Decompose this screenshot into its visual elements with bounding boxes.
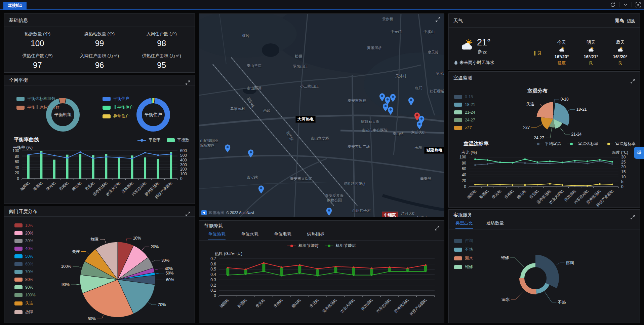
map-place-label: 泰安万达广场 [348, 144, 370, 149]
gear-icon [637, 150, 642, 156]
map-place-label: 白峪店子村 [352, 208, 371, 213]
svg-text:30%: 30% [161, 258, 169, 263]
svg-text:0: 0 [214, 293, 216, 298]
stat-label: 供热住户数 (户) [6, 53, 69, 59]
map-place-label: 中溪山 [424, 29, 435, 34]
expand-icon[interactable] [631, 76, 635, 80]
svg-text:10%: 10% [133, 236, 141, 241]
divider [619, 2, 619, 7]
tab-unit-power[interactable]: 单位电耗 [274, 231, 291, 240]
svg-text:农业大学站: 农业大学站 [339, 298, 355, 314]
map-marker[interactable] [390, 94, 396, 102]
legend-item[interactable]: 平衡住户 [103, 96, 133, 102]
expand-icon[interactable] [631, 213, 635, 217]
svg-text:崂山站: 崂山站 [516, 189, 527, 200]
panel-title: 阀门开度分布 [9, 206, 37, 216]
tab-heat-index[interactable]: 供热指标 [307, 231, 324, 240]
tab-unit-heat[interactable]: 单位热耗 [208, 231, 226, 240]
map-marker[interactable] [326, 208, 332, 216]
map-expand-icon[interactable] [436, 17, 440, 22]
svg-text:24-27: 24-27 [534, 136, 544, 140]
svg-text:200: 200 [180, 167, 187, 172]
unit-balance-donut[interactable]: 平衡机组 [43, 95, 83, 135]
service-tabs: 类型占比 通话数量 [449, 220, 640, 229]
map-place-label: 南湖 [414, 145, 422, 150]
expand-icon[interactable] [435, 224, 439, 228]
map-marker[interactable] [416, 121, 422, 129]
stat-label: 入网住户数 (户) [130, 31, 193, 37]
legend-item[interactable]: 室温达标率 [567, 141, 598, 147]
svg-text:60%: 60% [166, 278, 174, 282]
map-marker[interactable] [408, 97, 414, 105]
panel-title: 节能降耗 [204, 221, 223, 231]
svg-text:500: 500 [180, 153, 187, 158]
svg-text:70%: 70% [158, 302, 166, 307]
svg-text:失连: 失连 [526, 102, 534, 106]
basic-info-stats: 热源数量 (个)100 换热站数量 (个)99 入网住户数 (户)98 供热住户… [4, 27, 195, 70]
map-station-label[interactable]: 城建热电 [424, 147, 444, 154]
svg-text:市南站: 市南站 [504, 189, 514, 200]
cloudy-sun-icon [460, 39, 473, 53]
stat-label: 入网住户面积 (万㎡) [69, 53, 131, 59]
expand-icon[interactable] [186, 209, 190, 214]
chevron-down-icon[interactable] [623, 2, 628, 7]
svg-text:25: 25 [621, 160, 626, 165]
svg-text:20: 20 [621, 165, 626, 169]
map-place-label: 摩天岭 [428, 50, 439, 55]
top-bar-actions [610, 0, 641, 9]
legend-item[interactable]: 机组节能前 [287, 243, 319, 249]
forecast-tomorrow: 明天 16°/21° 良 [578, 39, 604, 66]
room-rate-chart: 020406080100051015202530城阳站即墨站李沧站市南站崂山站市… [449, 146, 640, 208]
tab-type-ratio[interactable]: 类型占比 [455, 220, 473, 229]
svg-text:40: 40 [15, 165, 19, 170]
settings-button[interactable] [634, 147, 644, 159]
svg-text:故障: 故障 [90, 237, 98, 242]
household-balance-donut[interactable]: 平衡住户 [133, 95, 173, 135]
map-station-label[interactable]: 大河热电 [295, 116, 316, 123]
svg-text:即墨站: 即墨站 [479, 189, 489, 200]
map-place-label: 天外村 [395, 74, 406, 79]
dashboard-tab[interactable]: 驾驶舱1 [3, 2, 27, 9]
svg-text:佳加源站: 佳加源站 [360, 298, 374, 311]
refresh-icon[interactable] [610, 2, 615, 7]
svg-text:0.1: 0.1 [210, 288, 216, 293]
svg-text:60: 60 [15, 159, 19, 164]
stat-label: 换热站数量 (个) [69, 31, 131, 37]
tab-unit-water[interactable]: 单位水耗 [241, 231, 258, 240]
svg-text:>27: >27 [523, 125, 530, 130]
svg-text:0.3: 0.3 [210, 278, 216, 282]
svg-text:0: 0 [621, 184, 623, 189]
expand-icon[interactable] [186, 78, 190, 82]
stat-value: 100 [6, 39, 69, 48]
legend-item[interactable]: 机组节能后 [325, 243, 356, 249]
legend-item[interactable]: 异常住户 [103, 113, 133, 119]
legend-item[interactable]: 平均室温 [534, 141, 561, 147]
svg-text:80%: 80% [88, 317, 96, 321]
air-quality: 良 [607, 60, 633, 66]
tab-call-count[interactable]: 通话数量 [486, 220, 504, 229]
map-place-label: 罗泉山庄 [293, 64, 308, 69]
legend-item[interactable]: 非平衡住户 [103, 105, 133, 110]
legend-item[interactable]: 室温超标率 [604, 141, 636, 147]
svg-text:100: 100 [12, 148, 19, 153]
network-balance-panel: 全网平衡 平衡达标机组数平衡非达标机组数 平衡机组 平衡住户非平衡住户异常住户 … [4, 75, 195, 204]
svg-text:300: 300 [180, 162, 187, 167]
map-place-label: 泰安爱琴海 [325, 193, 344, 198]
map-place-label: 泰安市中心医院 [362, 128, 388, 133]
svg-text:咨询: 咨询 [566, 260, 574, 265]
energy-saving-panel: 节能降耗 单位热耗 单位水耗 单位电耗 供热指标 机组节能前机组节能后 热耗 (… [199, 220, 444, 323]
svg-text:城阳站: 城阳站 [466, 189, 477, 200]
room-monitor-panel: 室温监测 室温分布 0-1818-2121-2424-27>27 0-1818-… [448, 71, 640, 208]
map[interactable]: 高德地图 © 2022 AutoNavi 横岭云步桥中天门中溪山黄溪河桥松棚摩天… [199, 13, 444, 217]
svg-text:100: 100 [459, 155, 466, 159]
map-marker[interactable] [388, 107, 394, 115]
map-marker[interactable] [225, 144, 231, 152]
city-switch-link[interactable]: 切换 [627, 19, 635, 23]
panel-title: 全网平衡 [9, 75, 28, 85]
svg-text:5: 5 [621, 179, 623, 184]
map-marker[interactable] [258, 185, 264, 193]
panel-title: 客服服务 [453, 210, 472, 220]
fullscreen-icon[interactable] [636, 2, 641, 7]
map-marker[interactable] [248, 149, 254, 157]
map-station-label[interactable]: 中继泵 [382, 212, 398, 217]
